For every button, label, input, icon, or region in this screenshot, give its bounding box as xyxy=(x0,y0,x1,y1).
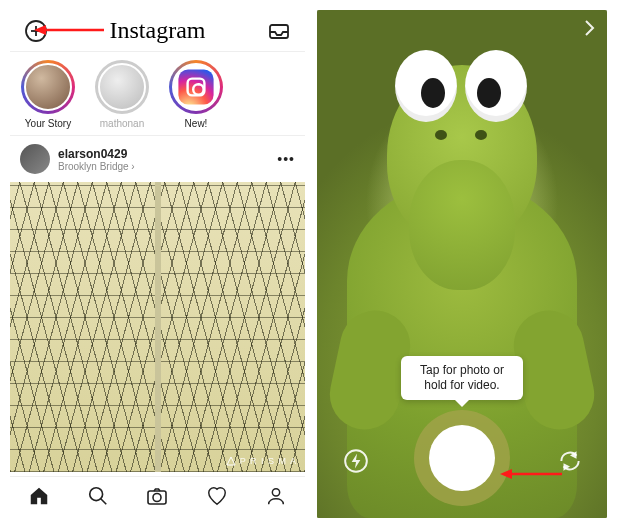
post-username: elarson0429 xyxy=(58,147,135,161)
post-more-button[interactable]: ••• xyxy=(277,151,295,167)
add-story-button[interactable] xyxy=(18,18,54,44)
story-label: Your Story xyxy=(25,118,71,129)
camera-icon xyxy=(145,484,169,508)
inbox-button[interactable] xyxy=(261,19,297,43)
home-icon xyxy=(28,485,50,507)
tutorial-composite: Instagram Your Story mathonan New! xyxy=(0,0,623,528)
flash-icon xyxy=(343,448,369,474)
post-location: Brooklyn Bridge › xyxy=(58,161,135,172)
avatar xyxy=(24,63,72,111)
chevron-right-icon xyxy=(579,18,599,38)
prisma-watermark: P R I S M A xyxy=(226,456,297,466)
story-mathonan[interactable]: mathonan xyxy=(90,60,154,129)
shutter-button[interactable] xyxy=(429,425,495,491)
shutter-ring xyxy=(414,410,510,506)
post-image[interactable]: P R I S M A xyxy=(10,182,305,472)
instagram-feed-screen: Instagram Your Story mathonan New! xyxy=(10,10,305,518)
feed-header: Instagram xyxy=(10,10,305,52)
post-avatar[interactable] xyxy=(20,144,50,174)
svg-point-7 xyxy=(153,493,161,501)
tab-search[interactable] xyxy=(87,485,109,511)
story-label: New! xyxy=(185,118,208,129)
avatar xyxy=(98,63,146,111)
stories-tray: Your Story mathonan New! xyxy=(10,52,305,136)
plus-circle-icon xyxy=(23,18,49,44)
avatar xyxy=(172,63,220,111)
svg-line-5 xyxy=(101,498,107,504)
person-icon xyxy=(265,485,287,507)
inbox-icon xyxy=(267,19,291,43)
story-new[interactable]: New! xyxy=(164,60,228,129)
tab-home[interactable] xyxy=(28,485,50,511)
tab-camera[interactable] xyxy=(145,484,169,512)
shutter-tooltip: Tap for photo or hold for video. xyxy=(401,356,523,400)
story-label: mathonan xyxy=(100,118,144,129)
post-user-block[interactable]: elarson0429 Brooklyn Bridge › xyxy=(58,147,135,172)
story-camera-screen: Tap for photo or hold for video. xyxy=(317,10,607,518)
next-button[interactable] xyxy=(579,18,599,42)
app-logo: Instagram xyxy=(110,17,206,44)
tab-bar xyxy=(10,476,305,518)
camera-flip[interactable] xyxy=(557,448,583,478)
camera-controls xyxy=(317,398,607,518)
search-icon xyxy=(87,485,109,507)
tab-profile[interactable] xyxy=(265,485,287,511)
flip-camera-icon xyxy=(557,448,583,474)
flash-toggle[interactable] xyxy=(343,448,369,478)
tab-activity[interactable] xyxy=(206,485,228,511)
brooklyn-bridge-photo xyxy=(10,182,305,472)
svg-point-8 xyxy=(272,488,279,495)
svg-point-4 xyxy=(90,487,103,500)
heart-icon xyxy=(206,485,228,507)
story-your-story[interactable]: Your Story xyxy=(16,60,80,129)
post-header: elarson0429 Brooklyn Bridge › ••• xyxy=(10,136,305,182)
